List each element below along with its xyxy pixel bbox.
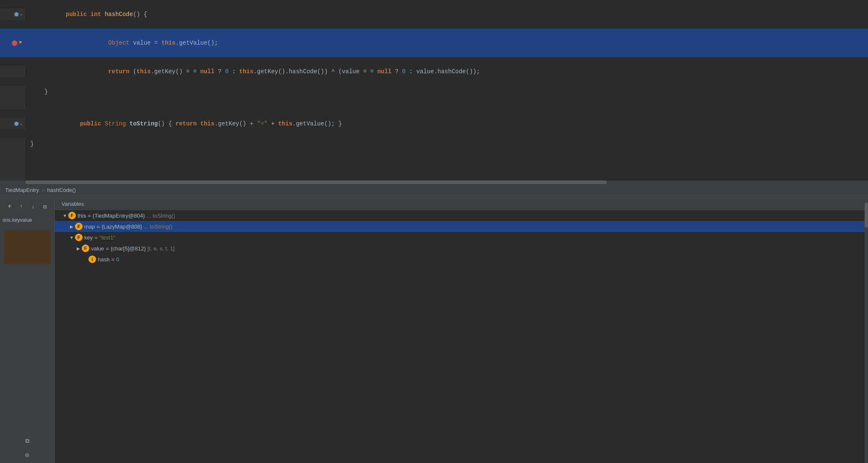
icon-value: F	[82, 245, 89, 252]
breadcrumb-bar: TiedMapEntry > hashCode()	[0, 184, 868, 196]
expand-arrow-value[interactable]: ▶	[75, 246, 82, 251]
sidebar-icon-eye[interactable]: ◎	[22, 450, 32, 460]
debug-scrollbar-v[interactable]	[865, 198, 868, 463]
var-val-hash: 0	[116, 256, 119, 263]
var-extra-map: ... toString()	[144, 224, 172, 230]
var-val-value: {char[5]@812}	[111, 245, 146, 252]
gutter-2: ➤	[0, 37, 25, 49]
var-row-hash[interactable]: i hash = 0	[55, 254, 865, 265]
gutter-5	[0, 98, 25, 109]
code-lines: ▸ public int hashCode() { ➤ Object value…	[0, 0, 868, 181]
op-colon1: :	[229, 68, 239, 75]
op-eq3: =	[363, 68, 370, 75]
var-eq-value: =	[106, 245, 109, 252]
gutter-1: ▸	[0, 8, 25, 20]
sidebar-icon-copy[interactable]: ⧉	[22, 436, 32, 446]
breadcrumb-method: hashCode()	[47, 187, 76, 193]
op-eq1: =	[186, 68, 193, 75]
type-string-6: String	[104, 120, 129, 127]
kw-public-6: public	[80, 120, 105, 127]
add-var-button[interactable]: +	[5, 202, 15, 212]
keyword-int: int	[91, 11, 105, 18]
var-name-this: this	[78, 213, 86, 219]
kw-return: return	[108, 68, 133, 75]
op-eq2: =	[193, 68, 201, 75]
code-line-5	[0, 98, 868, 109]
code-empty	[0, 150, 868, 181]
debug-toolbar-row: + ↑ ↓ ⊟	[5, 202, 50, 212]
editor-area: ▸ public int hashCode() { ➤ Object value…	[0, 0, 868, 196]
debug-scrollbar-thumb[interactable]	[865, 202, 868, 228]
breadcrumb-sep: >	[41, 187, 45, 193]
ons-label-text: ons.keyvalue	[3, 217, 32, 223]
code-line-7: }	[0, 138, 868, 150]
line-content-1: public int hashCode() {	[25, 0, 868, 29]
code-ts-body: .getKey() +	[214, 120, 257, 127]
thumbnail-area	[4, 230, 51, 264]
expand-arrow-this[interactable]: ▼	[62, 213, 68, 218]
type-object: Object	[108, 40, 129, 46]
fold-icon[interactable]: ▸	[20, 12, 23, 17]
gutter-6: ▸	[0, 118, 25, 130]
code-line-2: ➤ Object value = this.getValue();	[0, 29, 868, 57]
var-val-key: "test1"	[99, 234, 115, 241]
kw-this: this	[161, 40, 176, 46]
var-name-map: map	[84, 224, 95, 230]
space	[129, 40, 133, 46]
kw-this2: this	[137, 68, 151, 75]
debug-panel: + ↑ ↓ ⊟ ons.keyvalue ⧉ ◎ Variables	[0, 198, 868, 463]
code-line-1: ▸ public int hashCode() {	[0, 0, 868, 29]
gutter-3	[0, 66, 25, 77]
breakpoint-icon[interactable]	[12, 40, 17, 46]
op-colon2: : value.hashCode());	[406, 68, 480, 75]
icon-hash: i	[88, 255, 96, 263]
kw-return-6: return	[175, 120, 200, 127]
code-line-6: ▸ public String toString() { return this…	[0, 109, 868, 138]
kw-this-6: this	[200, 120, 214, 127]
var-row-map[interactable]: ▶ F map = {LazyMap@808} ... toString()	[55, 221, 865, 232]
var-name-hash: hash	[98, 256, 110, 263]
variables-panel: Variables ▼ F this = {TiedMapEntry@804} …	[55, 198, 865, 463]
icon-key: F	[75, 234, 83, 241]
num-0-2: 0	[402, 68, 405, 75]
var-val-this: {TiedMapEntry@804}	[93, 213, 145, 219]
variables-title: Variables	[62, 201, 84, 207]
move-up-button[interactable]: ↑	[16, 202, 27, 212]
gutter-4	[0, 86, 25, 98]
line-content-6: public String toString() { return this.g…	[25, 109, 868, 138]
code-ts-end: .getValue(); }	[292, 120, 342, 127]
code-plus: +	[268, 120, 278, 127]
move-down-button[interactable]: ↓	[28, 202, 38, 212]
method-marker-icon-2	[14, 122, 19, 126]
var-name-value: value	[91, 245, 104, 252]
str-eq: "="	[257, 120, 268, 127]
var-eq-this: =	[88, 213, 91, 219]
code-hashcode1: .getKey().hashCode()) ^ (value	[253, 68, 363, 75]
expand-arrow-map[interactable]: ▶	[68, 224, 75, 229]
indent-spaces	[66, 40, 108, 46]
code-line-3: return (this.getKey() = = null ? 0 : thi…	[0, 57, 868, 86]
line-content-4: }	[25, 86, 868, 98]
kw-null1: null	[200, 68, 214, 75]
method-call: .getValue();	[176, 40, 218, 46]
line-content-5	[25, 98, 868, 109]
code-line-4: }	[0, 86, 868, 98]
kw-null2: null	[377, 68, 391, 75]
expand-arrow-key[interactable]: ▼	[68, 235, 75, 240]
line-content-7: }	[25, 138, 868, 150]
filter-button[interactable]: ⊟	[40, 202, 50, 212]
debug-left-sidebar: + ↑ ↓ ⊟ ons.keyvalue ⧉ ◎	[0, 198, 55, 463]
code-return-paren: (	[133, 68, 137, 75]
op-ternary1: ?	[214, 68, 225, 75]
line-content-3: return (this.getKey() = = null ? 0 : thi…	[25, 57, 868, 86]
scrollbar-thumb[interactable]	[25, 181, 607, 184]
icon-map: F	[75, 223, 83, 230]
var-row-this[interactable]: ▼ F this = {TiedMapEntry@804} ... toStri…	[55, 210, 865, 221]
var-extra-value: [t, e, s, t, 1]	[147, 245, 174, 252]
keyword-public: public	[66, 11, 91, 18]
gutter-7	[0, 138, 25, 150]
var-row-value[interactable]: ▶ F value = {char[5]@812} [t, e, s, t, 1…	[55, 243, 865, 254]
horizontal-scrollbar[interactable]	[0, 181, 868, 184]
fold-icon-2[interactable]: ▸	[20, 121, 23, 127]
var-row-key[interactable]: ▼ F key = "test1"	[55, 232, 865, 243]
